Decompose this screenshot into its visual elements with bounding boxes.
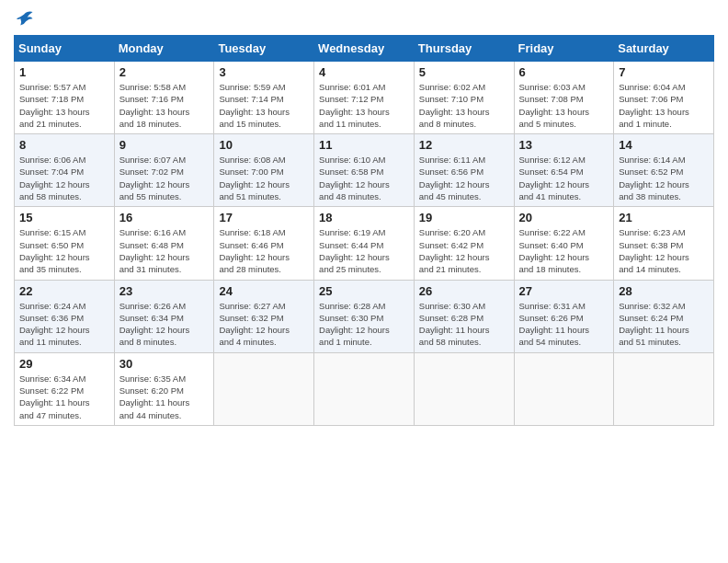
day-detail: Sunrise: 5:59 AM Sunset: 7:14 PM Dayligh… bbox=[219, 81, 309, 130]
day-detail: Sunrise: 6:20 AM Sunset: 6:42 PM Dayligh… bbox=[419, 226, 509, 275]
day-number: 19 bbox=[419, 211, 509, 224]
day-number: 23 bbox=[119, 284, 210, 298]
day-detail: Sunrise: 6:27 AM Sunset: 6:32 PM Dayligh… bbox=[219, 300, 309, 349]
calendar-cell: 3Sunrise: 5:59 AM Sunset: 7:14 PM Daylig… bbox=[214, 62, 314, 134]
calendar-cell: 11Sunrise: 6:10 AM Sunset: 6:58 PM Dayli… bbox=[314, 134, 415, 207]
header-cell-thursday: Thursday bbox=[414, 36, 514, 62]
day-number: 3 bbox=[219, 65, 309, 79]
calendar-cell: 22Sunrise: 6:24 AM Sunset: 6:36 PM Dayli… bbox=[15, 280, 115, 352]
day-number: 25 bbox=[319, 284, 409, 298]
calendar-week-1: 1Sunrise: 5:57 AM Sunset: 7:18 PM Daylig… bbox=[15, 62, 714, 134]
day-number: 15 bbox=[19, 211, 109, 224]
day-detail: Sunrise: 6:18 AM Sunset: 6:46 PM Dayligh… bbox=[219, 226, 309, 275]
header-cell-tuesday: Tuesday bbox=[214, 36, 314, 62]
day-detail: Sunrise: 6:06 AM Sunset: 7:04 PM Dayligh… bbox=[19, 154, 109, 202]
day-detail: Sunrise: 6:31 AM Sunset: 6:26 PM Dayligh… bbox=[519, 300, 609, 349]
calendar-cell bbox=[414, 352, 514, 425]
calendar-cell: 29Sunrise: 6:34 AM Sunset: 6:22 PM Dayli… bbox=[15, 352, 115, 425]
day-detail: Sunrise: 6:34 AM Sunset: 6:22 PM Dayligh… bbox=[19, 373, 109, 421]
day-detail: Sunrise: 6:26 AM Sunset: 6:34 PM Dayligh… bbox=[119, 300, 210, 349]
day-number: 26 bbox=[419, 284, 509, 298]
day-number: 2 bbox=[119, 65, 210, 79]
header-cell-saturday: Saturday bbox=[614, 36, 714, 62]
day-detail: Sunrise: 6:15 AM Sunset: 6:50 PM Dayligh… bbox=[19, 226, 109, 275]
day-number: 12 bbox=[419, 138, 509, 152]
day-number: 1 bbox=[19, 65, 109, 79]
header-cell-friday: Friday bbox=[514, 36, 614, 62]
calendar-week-3: 15Sunrise: 6:15 AM Sunset: 6:50 PM Dayli… bbox=[15, 207, 714, 280]
calendar-cell: 10Sunrise: 6:08 AM Sunset: 7:00 PM Dayli… bbox=[214, 134, 314, 207]
calendar-week-5: 29Sunrise: 6:34 AM Sunset: 6:22 PM Dayli… bbox=[15, 352, 714, 425]
calendar-cell: 19Sunrise: 6:20 AM Sunset: 6:42 PM Dayli… bbox=[414, 207, 514, 280]
day-detail: Sunrise: 5:58 AM Sunset: 7:16 PM Dayligh… bbox=[119, 81, 210, 130]
day-number: 20 bbox=[519, 211, 609, 224]
day-number: 22 bbox=[19, 284, 109, 298]
day-number: 21 bbox=[619, 211, 709, 224]
day-number: 4 bbox=[319, 65, 409, 79]
calendar-cell: 1Sunrise: 5:57 AM Sunset: 7:18 PM Daylig… bbox=[15, 62, 115, 134]
calendar-week-2: 8Sunrise: 6:06 AM Sunset: 7:04 PM Daylig… bbox=[15, 134, 714, 207]
day-number: 8 bbox=[19, 138, 109, 152]
calendar-cell: 30Sunrise: 6:35 AM Sunset: 6:20 PM Dayli… bbox=[114, 352, 214, 425]
calendar-cell bbox=[214, 352, 314, 425]
day-number: 29 bbox=[19, 357, 109, 371]
calendar-cell: 12Sunrise: 6:11 AM Sunset: 6:56 PM Dayli… bbox=[414, 134, 514, 207]
day-detail: Sunrise: 6:14 AM Sunset: 6:52 PM Dayligh… bbox=[619, 154, 709, 202]
header-row: SundayMondayTuesdayWednesdayThursdayFrid… bbox=[15, 36, 714, 62]
calendar-cell: 28Sunrise: 6:32 AM Sunset: 6:24 PM Dayli… bbox=[614, 280, 714, 352]
day-number: 10 bbox=[219, 138, 309, 152]
day-detail: Sunrise: 6:22 AM Sunset: 6:40 PM Dayligh… bbox=[519, 226, 609, 275]
calendar-cell: 8Sunrise: 6:06 AM Sunset: 7:04 PM Daylig… bbox=[15, 134, 115, 207]
logo-bird-icon bbox=[14, 9, 34, 29]
day-number: 27 bbox=[519, 284, 609, 298]
day-detail: Sunrise: 6:02 AM Sunset: 7:10 PM Dayligh… bbox=[419, 81, 509, 130]
day-number: 28 bbox=[619, 284, 709, 298]
header-cell-monday: Monday bbox=[114, 36, 214, 62]
calendar-cell bbox=[314, 352, 415, 425]
day-number: 11 bbox=[319, 138, 409, 152]
day-detail: Sunrise: 6:11 AM Sunset: 6:56 PM Dayligh… bbox=[419, 154, 509, 202]
day-detail: Sunrise: 6:24 AM Sunset: 6:36 PM Dayligh… bbox=[19, 300, 109, 349]
day-detail: Sunrise: 6:12 AM Sunset: 6:54 PM Dayligh… bbox=[519, 154, 609, 202]
header-cell-wednesday: Wednesday bbox=[314, 36, 415, 62]
day-detail: Sunrise: 6:32 AM Sunset: 6:24 PM Dayligh… bbox=[619, 300, 709, 349]
calendar-cell: 20Sunrise: 6:22 AM Sunset: 6:40 PM Dayli… bbox=[514, 207, 614, 280]
day-number: 17 bbox=[219, 211, 309, 224]
day-number: 18 bbox=[319, 211, 409, 224]
calendar-cell: 13Sunrise: 6:12 AM Sunset: 6:54 PM Dayli… bbox=[514, 134, 614, 207]
calendar-cell: 21Sunrise: 6:23 AM Sunset: 6:38 PM Dayli… bbox=[614, 207, 714, 280]
calendar-cell: 9Sunrise: 6:07 AM Sunset: 7:02 PM Daylig… bbox=[114, 134, 214, 207]
day-detail: Sunrise: 6:04 AM Sunset: 7:06 PM Dayligh… bbox=[619, 81, 709, 130]
day-detail: Sunrise: 6:10 AM Sunset: 6:58 PM Dayligh… bbox=[319, 154, 409, 202]
calendar-cell: 17Sunrise: 6:18 AM Sunset: 6:46 PM Dayli… bbox=[214, 207, 314, 280]
day-detail: Sunrise: 6:08 AM Sunset: 7:00 PM Dayligh… bbox=[219, 154, 309, 202]
day-detail: Sunrise: 6:28 AM Sunset: 6:30 PM Dayligh… bbox=[319, 300, 409, 349]
day-number: 5 bbox=[419, 65, 509, 79]
calendar-cell: 14Sunrise: 6:14 AM Sunset: 6:52 PM Dayli… bbox=[614, 134, 714, 207]
day-number: 13 bbox=[519, 138, 609, 152]
calendar-cell: 24Sunrise: 6:27 AM Sunset: 6:32 PM Dayli… bbox=[214, 280, 314, 352]
calendar-header: SundayMondayTuesdayWednesdayThursdayFrid… bbox=[15, 36, 714, 62]
day-detail: Sunrise: 6:35 AM Sunset: 6:20 PM Dayligh… bbox=[119, 373, 210, 421]
calendar-cell: 26Sunrise: 6:30 AM Sunset: 6:28 PM Dayli… bbox=[414, 280, 514, 352]
calendar-cell bbox=[614, 352, 714, 425]
calendar-cell: 5Sunrise: 6:02 AM Sunset: 7:10 PM Daylig… bbox=[414, 62, 514, 134]
day-detail: Sunrise: 5:57 AM Sunset: 7:18 PM Dayligh… bbox=[19, 81, 109, 130]
calendar-cell: 4Sunrise: 6:01 AM Sunset: 7:12 PM Daylig… bbox=[314, 62, 415, 134]
day-number: 24 bbox=[219, 284, 309, 298]
calendar-cell bbox=[514, 352, 614, 425]
day-number: 9 bbox=[119, 138, 210, 152]
day-number: 7 bbox=[619, 65, 709, 79]
calendar-cell: 25Sunrise: 6:28 AM Sunset: 6:30 PM Dayli… bbox=[314, 280, 415, 352]
day-number: 14 bbox=[619, 138, 709, 152]
day-detail: Sunrise: 6:07 AM Sunset: 7:02 PM Dayligh… bbox=[119, 154, 210, 202]
calendar-cell: 6Sunrise: 6:03 AM Sunset: 7:08 PM Daylig… bbox=[514, 62, 614, 134]
calendar-cell: 15Sunrise: 6:15 AM Sunset: 6:50 PM Dayli… bbox=[15, 207, 115, 280]
day-detail: Sunrise: 6:19 AM Sunset: 6:44 PM Dayligh… bbox=[319, 226, 409, 275]
day-detail: Sunrise: 6:01 AM Sunset: 7:12 PM Dayligh… bbox=[319, 81, 409, 130]
day-number: 16 bbox=[119, 211, 210, 224]
calendar-cell: 7Sunrise: 6:04 AM Sunset: 7:06 PM Daylig… bbox=[614, 62, 714, 134]
calendar-cell: 23Sunrise: 6:26 AM Sunset: 6:34 PM Dayli… bbox=[114, 280, 214, 352]
header-cell-sunday: Sunday bbox=[15, 36, 115, 62]
calendar-cell: 2Sunrise: 5:58 AM Sunset: 7:16 PM Daylig… bbox=[114, 62, 214, 134]
